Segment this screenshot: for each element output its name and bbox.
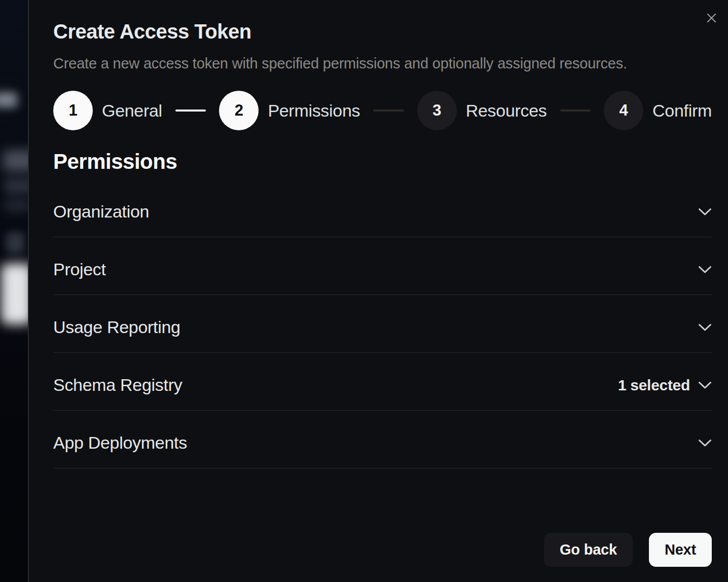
stepper: 1 General 2 Permissions 3 Resources 4 Co…	[53, 91, 712, 130]
chevron-down-icon	[698, 208, 712, 216]
selected-count-badge: 1 selected	[618, 377, 690, 394]
accordion-label: Usage Reporting	[53, 316, 180, 338]
background-blurred-item	[1, 264, 28, 324]
chevron-down-icon	[698, 439, 712, 447]
step-confirm[interactable]: 4 Confirm	[604, 91, 712, 130]
accordion-row-organization[interactable]: Organization	[53, 179, 712, 237]
accordion-row-app-deployments[interactable]: App Deployments	[53, 411, 712, 468]
close-icon	[706, 12, 717, 24]
accordion-row-project[interactable]: Project	[53, 237, 712, 295]
step-connector	[373, 110, 404, 112]
step-number-badge: 3	[417, 91, 457, 130]
go-back-button[interactable]: Go back	[544, 533, 633, 567]
accordion-row-right: 1 selected	[618, 377, 712, 394]
accordion-row-right	[698, 208, 712, 216]
step-label: Permissions	[268, 101, 360, 121]
accordion-row-right	[698, 323, 712, 332]
background-blurred-item	[4, 199, 28, 212]
close-button[interactable]	[701, 7, 722, 28]
step-label: Resources	[466, 101, 547, 121]
accordion-row-schema-registry[interactable]: Schema Registry 1 selected	[53, 353, 712, 411]
background-blurred-item	[4, 178, 28, 194]
chevron-down-icon	[698, 266, 712, 274]
chevron-down-icon	[698, 323, 712, 332]
accordion-row-usage-reporting[interactable]: Usage Reporting	[53, 295, 712, 353]
accordion-label: Project	[53, 259, 106, 280]
background-blurred-item	[3, 150, 28, 171]
step-number-badge: 2	[219, 91, 259, 130]
accordion-row-right	[698, 266, 712, 274]
permissions-accordion: Organization Project Usage Reporting	[53, 179, 712, 468]
step-general[interactable]: 1 General	[53, 91, 162, 130]
background-blurred-item	[6, 232, 24, 253]
accordion-label: Schema Registry	[53, 374, 182, 396]
modal-title: Create Access Token	[53, 20, 712, 43]
step-label: Confirm	[652, 101, 712, 121]
step-connector	[175, 110, 206, 112]
accordion-row-right	[698, 439, 712, 447]
modal-subtitle: Create a new access token with specified…	[53, 55, 712, 72]
chevron-down-icon	[698, 381, 712, 389]
background-page-blur	[0, 0, 28, 582]
next-button[interactable]: Next	[649, 533, 712, 567]
background-blurred-item	[0, 92, 17, 107]
permissions-heading: Permissions	[53, 149, 712, 174]
modal-footer: Go back Next	[53, 533, 712, 567]
accordion-label: Organization	[53, 201, 149, 223]
step-label: General	[102, 101, 162, 121]
step-resources[interactable]: 3 Resources	[417, 91, 547, 130]
step-number-badge: 1	[53, 91, 93, 130]
step-permissions[interactable]: 2 Permissions	[219, 91, 360, 130]
create-access-token-modal: Create Access Token Create a new access …	[28, 0, 728, 582]
accordion-label: App Deployments	[53, 432, 187, 454]
step-number-badge: 4	[604, 91, 643, 130]
step-connector	[560, 110, 591, 112]
